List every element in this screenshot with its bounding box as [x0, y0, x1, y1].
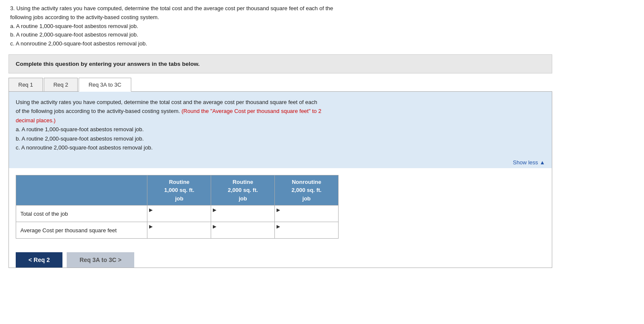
table-row-total: Total cost of the job ▶ ▶ ▶: [16, 206, 339, 222]
q-red-text1: (Round the "Average Cost per thousand sq…: [181, 108, 321, 114]
row-avg-cell3[interactable]: ▶: [275, 222, 339, 239]
table-header-empty: [16, 175, 147, 206]
q-line-a: a. A routine 1,000-square-foot asbestos …: [16, 125, 545, 134]
row-avg-cell2[interactable]: ▶: [211, 222, 275, 239]
row-total-cell2[interactable]: ▶: [211, 206, 275, 222]
arrow-icon-1: ▶: [149, 207, 153, 212]
input-avg-nonroutine2000[interactable]: [277, 229, 336, 237]
tabs-container: Req 1 Req 2 Req 3A to 3C: [8, 78, 552, 92]
table-row-avg: Average Cost per thousand square feet ▶ …: [16, 222, 339, 239]
row-total-cell3[interactable]: ▶: [275, 206, 339, 222]
arrow-icon-2: ▶: [213, 207, 216, 212]
intro-line4: b. A routine 2,000-square-foot asbestos …: [10, 31, 636, 39]
intro-line2: following jobs according to the activity…: [10, 13, 636, 22]
q-text1: Using the activity rates you have comput…: [16, 98, 545, 107]
intro-text: 3. Using the activity rates you have com…: [8, 4, 636, 48]
q-line-b: b. A routine 2,000-square-foot asbestos …: [16, 134, 545, 143]
data-table-section: Routine 1,000 sq. ft. job Routine 2,000 …: [9, 168, 552, 246]
row-avg-cell1[interactable]: ▶: [147, 222, 211, 239]
input-total-routine1000[interactable]: [149, 213, 209, 221]
show-less-row: Show less ▲: [9, 157, 552, 168]
arrow-icon-6: ▶: [277, 224, 280, 229]
arrow-icon-4: ▶: [149, 224, 153, 229]
row-total-cell1[interactable]: ▶: [147, 206, 211, 222]
arrow-icon-3: ▶: [277, 207, 280, 212]
prev-button[interactable]: < Req 2: [16, 252, 62, 268]
input-total-routine2000[interactable]: [213, 213, 273, 221]
tab-req2[interactable]: Req 2: [44, 78, 78, 91]
data-table: Routine 1,000 sq. ft. job Routine 2,000 …: [16, 175, 339, 239]
q-text2: of the following jobs according to the a…: [16, 107, 545, 116]
row-avg-label: Average Cost per thousand square feet: [16, 222, 147, 239]
intro-line5: c. A nonroutine 2,000-square-foot asbest…: [10, 39, 636, 48]
input-avg-routine1000[interactable]: [149, 229, 209, 237]
tab-content: Using the activity rates you have comput…: [8, 92, 552, 268]
table-header-col2: Routine 2,000 sq. ft. job: [211, 175, 275, 206]
input-total-nonroutine2000[interactable]: [277, 213, 336, 221]
nav-buttons: < Req 2 Req 3A to 3C >: [9, 252, 552, 268]
table-header-col3: Nonroutine 2,000 sq. ft. job: [275, 175, 339, 206]
question-info-box: Using the activity rates you have comput…: [9, 92, 552, 157]
table-header-col1: Routine 1,000 sq. ft. job: [147, 175, 211, 206]
tab-req1[interactable]: Req 1: [8, 78, 43, 91]
q-red-text2: decimal places.): [16, 116, 545, 125]
next-button[interactable]: Req 3A to 3C >: [67, 252, 134, 268]
tab-req3[interactable]: Req 3A to 3C: [79, 78, 131, 92]
instruction-box: Complete this question by entering your …: [8, 54, 552, 73]
intro-line1: 3. Using the activity rates you have com…: [10, 4, 636, 13]
instruction-text: Complete this question by entering your …: [16, 61, 200, 67]
q-line-c: c. A nonroutine 2,000-square-foot asbest…: [16, 143, 545, 152]
show-less-link[interactable]: Show less ▲: [513, 159, 545, 166]
arrow-icon-5: ▶: [213, 224, 216, 229]
intro-line3: a. A routine 1,000-square-foot asbestos …: [10, 22, 636, 31]
input-avg-routine2000[interactable]: [213, 229, 273, 237]
row-total-label: Total cost of the job: [16, 206, 147, 222]
